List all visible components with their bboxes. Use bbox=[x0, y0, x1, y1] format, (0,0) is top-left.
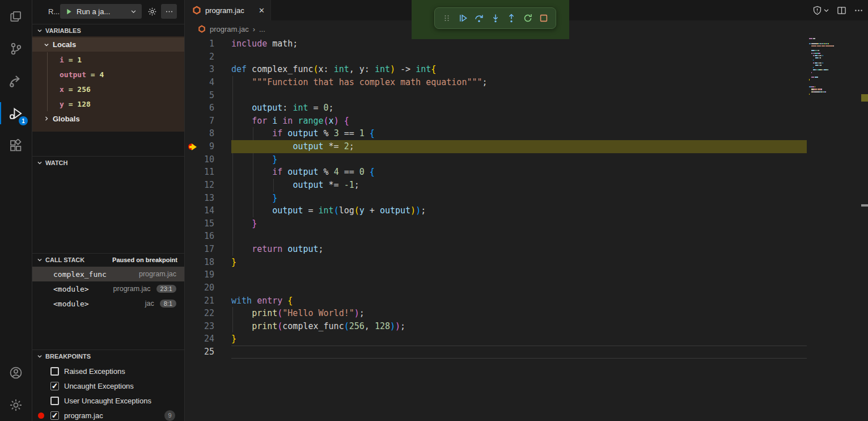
activity-item-source-control[interactable] bbox=[0, 32, 32, 65]
minimap-line bbox=[815, 65, 818, 66]
minimap-line bbox=[824, 43, 825, 44]
line-number[interactable]: 4 bbox=[185, 76, 214, 89]
tab-program-jac[interactable]: program.jac ✕ bbox=[185, 0, 271, 20]
line-number[interactable]: 14 bbox=[185, 204, 214, 217]
breadcrumb-file[interactable]: program.jac bbox=[210, 25, 249, 33]
breakpoint-row[interactable]: Raised Exceptions bbox=[32, 364, 184, 378]
activity-item-extensions[interactable] bbox=[0, 129, 32, 162]
minimap-line bbox=[811, 72, 812, 73]
line-number[interactable]: 20 bbox=[185, 281, 214, 294]
line-number[interactable]: 23 bbox=[185, 320, 214, 333]
overview-ruler[interactable] bbox=[861, 0, 868, 421]
call-stack-frame[interactable]: <module>jac8:1 bbox=[32, 296, 184, 311]
stop-icon[interactable] bbox=[537, 11, 551, 25]
run-configuration-button[interactable]: Run a ja... bbox=[60, 4, 142, 19]
line-number[interactable]: 24 bbox=[185, 332, 214, 346]
sidebar-more-actions-icon[interactable] bbox=[161, 4, 177, 19]
line-number[interactable]: 3 bbox=[185, 63, 214, 76]
variable-name: y bbox=[60, 100, 64, 108]
code-text: output *= 2; bbox=[231, 140, 354, 153]
breakpoint-row[interactable]: ✓Uncaught Exceptions bbox=[32, 378, 184, 393]
minimap-line bbox=[825, 45, 828, 47]
call-stack-section-header[interactable]: CALL STACK Paused on breakpoint bbox=[32, 253, 184, 266]
breakpoint-label: Uncaught Exceptions bbox=[64, 382, 134, 390]
minimap[interactable] bbox=[808, 37, 836, 208]
watch-section-header[interactable]: WATCH bbox=[32, 156, 184, 169]
variables-section-header[interactable]: VARIABLES bbox=[32, 24, 184, 36]
line-number[interactable]: 2 bbox=[185, 50, 214, 64]
call-stack-frame[interactable]: complex_funcprogram.jac bbox=[32, 267, 184, 281]
minimap-line bbox=[822, 89, 822, 90]
activity-item-settings[interactable] bbox=[0, 389, 32, 421]
minimap-line bbox=[828, 69, 828, 70]
step-out-icon[interactable] bbox=[505, 11, 518, 25]
restart-icon[interactable] bbox=[521, 11, 535, 25]
code-text: } bbox=[231, 153, 277, 166]
breakpoint-checkbox[interactable] bbox=[50, 367, 59, 376]
minimap-line bbox=[819, 55, 820, 56]
chevron-down-icon bbox=[130, 9, 137, 15]
variable-row[interactable]: output = 4 bbox=[60, 67, 104, 82]
line-number[interactable]: 7 bbox=[185, 115, 214, 128]
breakpoint-checkbox[interactable]: ✓ bbox=[50, 382, 59, 390]
line-number[interactable]: 17 bbox=[185, 243, 214, 256]
continue-icon[interactable] bbox=[456, 11, 470, 25]
debug-settings-gear-icon[interactable] bbox=[145, 5, 159, 18]
drag-handle-icon[interactable] bbox=[440, 11, 454, 25]
code-text: } bbox=[231, 256, 236, 269]
call-stack-frames: complex_funcprogram.jac<module>program.j… bbox=[32, 267, 184, 311]
run-or-debug-icon[interactable] bbox=[812, 6, 829, 15]
line-number[interactable]: 18 bbox=[185, 256, 214, 269]
step-into-icon[interactable] bbox=[489, 11, 502, 25]
line-number[interactable]: 13 bbox=[185, 192, 214, 205]
call-stack-frame[interactable]: <module>program.jac23:1 bbox=[32, 281, 184, 296]
activity-item-run-jac[interactable] bbox=[0, 65, 32, 97]
variable-row[interactable]: i = 1 bbox=[60, 52, 82, 67]
breakpoint-row[interactable]: ✓program.jac9 bbox=[32, 408, 184, 421]
minimap-line bbox=[823, 55, 823, 56]
line-number[interactable]: 12 bbox=[185, 179, 214, 192]
activity-item-run-and-debug[interactable]: 1 bbox=[0, 97, 32, 129]
scope-globals-row[interactable]: Globals bbox=[32, 111, 184, 126]
line-number[interactable]: 1 bbox=[185, 37, 214, 50]
code-text: include math; bbox=[231, 37, 298, 50]
activity-item-explorer[interactable] bbox=[0, 0, 32, 32]
line-number[interactable]: 8 bbox=[185, 127, 214, 140]
minimap-line bbox=[813, 62, 814, 64]
breakpoint-checkbox[interactable] bbox=[50, 397, 59, 405]
code-line: 25 bbox=[185, 346, 868, 359]
minimap-line bbox=[818, 62, 819, 64]
variable-row[interactable]: x = 256 bbox=[60, 82, 91, 96]
line-number[interactable]: 21 bbox=[185, 294, 214, 308]
line-number[interactable]: 25 bbox=[185, 346, 214, 359]
line-number[interactable]: 5 bbox=[185, 89, 214, 102]
minimap-line bbox=[822, 45, 825, 47]
line-number[interactable]: 6 bbox=[185, 102, 214, 115]
sidebar-header: R... Run a ja... bbox=[32, 0, 184, 23]
files-icon bbox=[9, 10, 23, 23]
close-icon[interactable]: ✕ bbox=[259, 6, 265, 15]
equals-sign: = bbox=[64, 100, 77, 108]
breakpoints-section-header[interactable]: BREAKPOINTS bbox=[32, 350, 184, 362]
paused-status-badge: Paused on breakpoint bbox=[112, 256, 184, 263]
line-number[interactable]: 22 bbox=[185, 307, 214, 320]
line-number[interactable]: 15 bbox=[185, 217, 214, 230]
minimap-line bbox=[822, 55, 822, 56]
line-number[interactable]: 9 bbox=[185, 140, 214, 153]
scope-locals-row[interactable]: Locals bbox=[32, 37, 184, 52]
line-number[interactable]: 11 bbox=[185, 166, 214, 179]
variable-row[interactable]: y = 128 bbox=[60, 96, 91, 111]
breakpoint-checkbox[interactable]: ✓ bbox=[50, 411, 59, 420]
line-number[interactable]: 10 bbox=[185, 153, 214, 166]
split-editor-icon[interactable] bbox=[837, 6, 846, 15]
step-over-icon[interactable] bbox=[472, 11, 486, 25]
line-number[interactable]: 19 bbox=[185, 268, 214, 281]
minimap-line bbox=[811, 77, 814, 78]
chevron-down-icon bbox=[37, 28, 43, 33]
chevron-down-icon bbox=[823, 7, 829, 14]
tab-title: program.jac bbox=[205, 6, 244, 15]
activity-item-accounts[interactable] bbox=[0, 356, 32, 389]
breadcrumb-symbol[interactable]: ... bbox=[259, 25, 265, 33]
breakpoint-row[interactable]: User Uncaught Exceptions bbox=[32, 393, 184, 408]
line-number[interactable]: 16 bbox=[185, 230, 214, 243]
